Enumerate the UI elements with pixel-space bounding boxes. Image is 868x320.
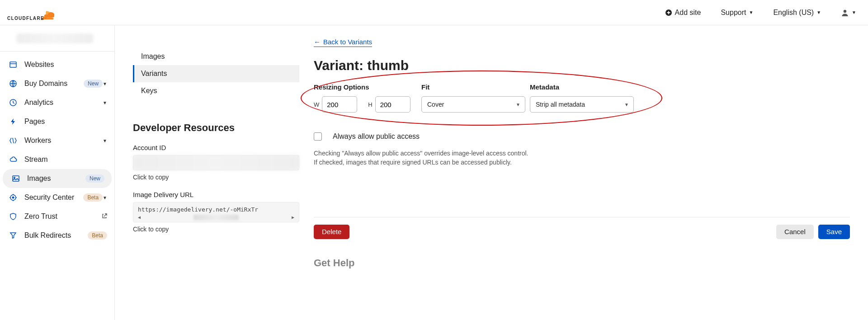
globe-icon <box>8 80 18 88</box>
public-access-row: Always allow public access <box>314 132 850 141</box>
sidebar-label: Websites <box>24 61 107 69</box>
metadata-group: Metadata Strip all metadata ▼ <box>530 83 634 113</box>
svg-point-7 <box>14 177 15 179</box>
fit-select[interactable]: Cover ▼ <box>421 96 525 113</box>
sidebar-item-analytics[interactable]: Analytics ▼ <box>0 93 114 112</box>
support-label: Support <box>721 9 746 17</box>
public-access-help: Checking "Always allow public access" ov… <box>314 149 850 167</box>
sidebar-label: Workers <box>24 136 103 145</box>
chevron-down-icon: ▼ <box>103 81 107 86</box>
delete-button[interactable]: Delete <box>314 225 349 239</box>
sidebar-item-images[interactable]: Images New <box>3 169 112 188</box>
resizing-options-label: Resizing Options <box>314 83 421 91</box>
account-selector[interactable] <box>0 25 114 52</box>
account-id-box[interactable] <box>133 155 299 170</box>
back-link-label: Back to Variants <box>323 38 372 46</box>
height-label: H <box>368 101 372 108</box>
sidebar-item-zero-trust[interactable]: Zero Trust <box>0 207 114 226</box>
plus-circle-icon <box>665 9 672 16</box>
workers-icon <box>8 136 18 145</box>
sidebar-label: Stream <box>24 155 107 164</box>
subtabs: Images Variants Keys <box>133 48 299 99</box>
add-site-link[interactable]: Add site <box>660 6 706 19</box>
click-to-copy-hint: Click to copy <box>133 174 299 181</box>
cloudflare-logo[interactable]: CLOUDFLARE <box>7 5 54 21</box>
chevron-down-icon: ▼ <box>103 138 107 143</box>
mid-column: Images Variants Keys Developer Resources… <box>115 25 312 320</box>
support-dropdown[interactable]: Support ▼ <box>716 6 758 19</box>
sidebar-label: Pages <box>24 118 107 126</box>
width-label: W <box>314 101 319 108</box>
target-icon <box>8 193 18 202</box>
developer-resources-heading: Developer Resources <box>133 122 299 134</box>
delivery-url-value: https://imagedelivery.net/-oMiRxTr <box>138 206 258 213</box>
sidebar: Websites Buy Domains New ▼ Analytics ▼ <box>0 25 115 320</box>
language-dropdown[interactable]: English (US) ▼ <box>769 6 826 19</box>
sidebar-label: Images <box>27 174 82 183</box>
sidebar-label: Bulk Redirects <box>24 231 84 240</box>
user-menu[interactable]: ▼ <box>836 6 861 19</box>
help-text-line: Checking "Always allow public access" ov… <box>314 149 850 158</box>
subtab-label: Keys <box>141 87 157 95</box>
user-icon <box>841 9 849 17</box>
clock-icon <box>8 99 18 107</box>
cloud-icon <box>8 155 18 164</box>
subtab-variants[interactable]: Variants <box>133 65 299 82</box>
public-access-checkbox[interactable] <box>314 132 322 141</box>
sidebar-item-security-center[interactable]: Security Center Beta ▼ <box>0 188 114 207</box>
resizing-options-group: Resizing Options W H <box>314 83 421 113</box>
metadata-selected-value: Strip all metadata <box>536 101 585 108</box>
lightning-icon <box>8 118 18 126</box>
image-icon <box>11 174 21 183</box>
fit-label: Fit <box>421 83 530 91</box>
sidebar-item-stream[interactable]: Stream <box>0 150 114 169</box>
chevron-down-icon: ▼ <box>624 102 629 107</box>
language-label: English (US) <box>773 9 814 17</box>
metadata-select[interactable]: Strip all metadata ▼ <box>530 96 634 113</box>
developer-resources: Developer Resources Account ID Click to … <box>133 122 299 233</box>
click-to-copy-hint: Click to copy <box>133 226 299 233</box>
external-link-icon <box>102 213 107 220</box>
chevron-down-icon: ▼ <box>103 195 107 200</box>
subtab-label: Variants <box>141 70 167 78</box>
websites-icon <box>8 61 18 69</box>
top-bar: CLOUDFLARE Add site Support ▼ English (U… <box>0 0 868 25</box>
fit-selected-value: Cover <box>427 101 444 108</box>
account-email-redacted <box>16 33 93 43</box>
svg-text:CLOUDFLARE: CLOUDFLARE <box>7 16 44 21</box>
sidebar-item-workers[interactable]: Workers ▼ <box>0 131 114 150</box>
page-title: Variant: thumb <box>314 58 850 73</box>
chevron-down-icon: ▼ <box>749 10 753 15</box>
chevron-down-icon: ▼ <box>816 10 821 15</box>
height-input[interactable] <box>375 96 410 113</box>
sidebar-label: Security Center <box>24 193 80 202</box>
svg-point-2 <box>844 9 846 12</box>
subtab-keys[interactable]: Keys <box>133 82 299 99</box>
back-to-variants-link[interactable]: ← Back to Variants <box>314 38 372 47</box>
chevron-down-icon: ▼ <box>103 100 107 105</box>
save-button[interactable]: Save <box>818 225 850 239</box>
cancel-button[interactable]: Cancel <box>776 225 814 239</box>
image-delivery-url-label: Image Delivery URL <box>133 191 299 198</box>
arrow-left-icon: ← <box>314 38 321 46</box>
public-access-label: Always allow public access <box>333 132 420 141</box>
scroll-indicator: ◀▶ <box>138 215 294 220</box>
sidebar-item-websites[interactable]: Websites <box>0 55 114 74</box>
sidebar-item-buy-domains[interactable]: Buy Domains New ▼ <box>0 74 114 93</box>
new-badge: New <box>85 174 104 183</box>
beta-badge: Beta <box>88 231 107 240</box>
new-badge: New <box>84 80 103 88</box>
svg-rect-3 <box>10 62 16 67</box>
sidebar-label: Buy Domains <box>24 80 80 88</box>
sidebar-item-pages[interactable]: Pages <box>0 112 114 131</box>
subtab-images[interactable]: Images <box>133 48 299 65</box>
beta-badge: Beta <box>83 193 103 202</box>
chevron-down-icon: ▼ <box>852 10 856 15</box>
variant-options-row: Resizing Options W H Fit Cover ▼ Metadat… <box>314 83 850 113</box>
image-delivery-url-box[interactable]: https://imagedelivery.net/-oMiRxTr ◀▶ <box>133 202 299 222</box>
add-site-label: Add site <box>675 9 701 17</box>
filter-icon <box>8 231 18 240</box>
account-id-redacted <box>133 155 299 170</box>
width-input[interactable] <box>322 96 357 113</box>
sidebar-item-bulk-redirects[interactable]: Bulk Redirects Beta <box>0 226 114 245</box>
